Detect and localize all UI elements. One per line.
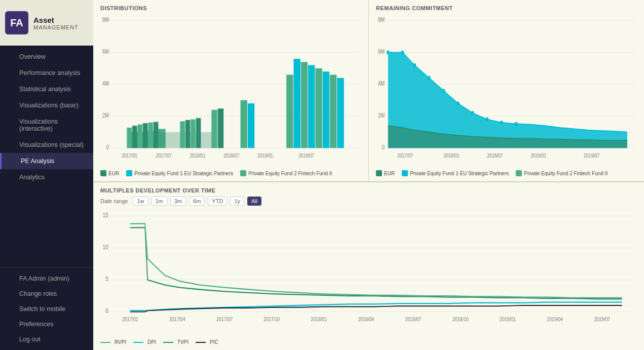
svg-text:6M: 6M xyxy=(378,48,385,55)
legend-eur: EUR xyxy=(100,170,119,176)
legend-rc-fund1: Private Equity Fund 1 EU Strategic Partn… xyxy=(402,170,509,176)
svg-text:2M: 2M xyxy=(102,112,109,119)
svg-text:2017/01: 2017/01 xyxy=(122,152,137,159)
range-btn-all[interactable]: All xyxy=(247,197,261,206)
legend-rc-eur-label: EUR xyxy=(384,171,395,176)
svg-rect-20 xyxy=(180,121,185,148)
svg-rect-17 xyxy=(143,123,148,148)
bottom-item-logout[interactable]: Log out xyxy=(0,332,93,347)
range-btn-ytd[interactable]: YTD xyxy=(208,197,227,206)
legend-fund2: Private Equity Fund 2 Fintech Fund II xyxy=(240,170,332,176)
range-btn-6m[interactable]: 6m xyxy=(189,197,205,206)
legend-rvpi: RVPI xyxy=(100,339,126,345)
sidebar-item-overview[interactable]: Overview xyxy=(0,49,93,65)
legend-rc-fund2-label: Private Equity Fund 2 Fintech Fund II xyxy=(524,171,608,176)
svg-text:2017/07: 2017/07 xyxy=(397,152,413,159)
svg-rect-23 xyxy=(196,118,201,148)
remaining-commitment-title: REMAINING COMMITMENT xyxy=(376,5,637,11)
svg-rect-28 xyxy=(286,75,293,148)
multiples-section: MULTIPLES DEVELOPMENT OVER TIME Date ran… xyxy=(93,182,644,350)
svg-rect-21 xyxy=(185,120,191,148)
bottom-item-label-user: FA Admin (admin) xyxy=(19,275,69,282)
svg-text:2019/07: 2019/07 xyxy=(594,316,610,322)
svg-rect-26 xyxy=(241,100,247,148)
svg-rect-24 xyxy=(211,110,217,148)
range-btn-1w[interactable]: 1w xyxy=(133,197,148,206)
legend-fund1-label: Private Equity Fund 1 EU Strategic Partn… xyxy=(134,171,233,176)
svg-rect-19 xyxy=(154,122,159,148)
sidebar-item-performance[interactable]: Performance analysis xyxy=(0,65,93,81)
svg-point-62 xyxy=(500,121,503,125)
svg-rect-16 xyxy=(137,125,142,148)
bottom-item-label-change-roles: Change roles xyxy=(19,290,57,297)
range-btn-3m[interactable]: 3m xyxy=(170,197,186,206)
bottom-item-user[interactable]: FA Admin (admin) xyxy=(0,271,93,286)
svg-point-57 xyxy=(428,76,431,80)
legend-fund2-label: Private Equity Fund 2 Fintech Fund II xyxy=(248,171,332,176)
svg-rect-29 xyxy=(293,59,300,148)
nav-section: OverviewPerformance analysisStatistical … xyxy=(0,46,93,267)
svg-text:2018/01: 2018/01 xyxy=(444,152,460,159)
bottom-item-switch-mobile[interactable]: Switch to mobile xyxy=(0,301,93,317)
range-btn-1y[interactable]: 1y xyxy=(230,197,244,206)
svg-rect-32 xyxy=(315,68,322,148)
sidebar-item-pe-analysis[interactable]: PE Analysis xyxy=(0,153,93,169)
legend-eur-color xyxy=(100,170,106,176)
multiples-legend: RVPI DPI TVPI PIC xyxy=(100,339,637,345)
date-range-label: Date range xyxy=(100,198,128,204)
legend-fund1-color xyxy=(126,170,132,176)
logo-subtitle: MANAGEMENT xyxy=(33,24,79,30)
sidebar-item-label-viz-interactive: Visualizations (interactive) xyxy=(19,118,86,132)
distributions-panel: DISTRIBUTIONS 8M 6M 4M 2M 0 xyxy=(93,0,369,181)
sidebar-item-analytics[interactable]: Analytics xyxy=(0,169,93,185)
legend-rc-fund2-color xyxy=(516,170,522,176)
distributions-chart-area: 8M 6M 4M 2M 0 xyxy=(100,14,361,167)
svg-text:2018/01: 2018/01 xyxy=(311,316,327,322)
sidebar-item-label-overview: Overview xyxy=(19,53,46,60)
svg-text:4M: 4M xyxy=(378,80,385,87)
remaining-commitment-panel: REMAINING COMMITMENT 8M 6M 4M 2M 0 xyxy=(369,0,644,181)
logo-text: Asset MANAGEMENT xyxy=(33,16,79,30)
svg-text:2017/07: 2017/07 xyxy=(216,316,233,322)
svg-text:8M: 8M xyxy=(102,16,109,23)
svg-text:0: 0 xyxy=(106,143,109,150)
legend-fund1: Private Equity Fund 1 EU Strategic Partn… xyxy=(126,170,233,176)
svg-point-61 xyxy=(485,118,488,122)
bottom-item-label-preferences: Preferences xyxy=(19,321,53,328)
main-content: DISTRIBUTIONS 8M 6M 4M 2M 0 xyxy=(93,0,644,350)
legend-eur-label: EUR xyxy=(108,171,119,176)
svg-text:15: 15 xyxy=(103,212,108,218)
legend-rc-fund1-color xyxy=(402,170,408,176)
legend-rc-fund2: Private Equity Fund 2 Fintech Fund II xyxy=(516,170,608,176)
sidebar-item-label-viz-special: Visualizations (special) xyxy=(19,141,84,148)
svg-text:4M: 4M xyxy=(102,80,109,87)
sidebar-item-label-analytics: Analytics xyxy=(19,174,45,181)
logo-area: FA Asset MANAGEMENT xyxy=(0,0,93,46)
legend-rvpi-line xyxy=(100,342,110,343)
svg-rect-34 xyxy=(330,75,336,148)
svg-text:2019/04: 2019/04 xyxy=(547,316,563,322)
svg-text:2018/10: 2018/10 xyxy=(452,316,469,322)
svg-text:2019/07: 2019/07 xyxy=(298,152,314,159)
svg-rect-33 xyxy=(323,71,329,148)
sidebar-item-label-viz-basic: Visualizations (basic) xyxy=(19,102,79,109)
bottom-item-preferences[interactable]: Preferences xyxy=(0,317,93,332)
sidebar-item-viz-basic[interactable]: Visualizations (basic) xyxy=(0,97,93,113)
svg-rect-31 xyxy=(308,65,315,148)
sidebar-item-viz-interactive[interactable]: Visualizations (interactive) xyxy=(0,113,93,137)
bottom-item-change-roles[interactable]: Change roles xyxy=(0,286,93,301)
svg-rect-18 xyxy=(148,123,153,148)
svg-text:2018/04: 2018/04 xyxy=(358,316,374,322)
svg-text:2017/07: 2017/07 xyxy=(156,152,172,159)
sidebar-item-viz-special[interactable]: Visualizations (special) xyxy=(0,137,93,153)
sidebar-item-statistical[interactable]: Statistical analysis xyxy=(0,81,93,97)
range-btn-1m[interactable]: 1m xyxy=(151,197,167,206)
legend-tvpi-line xyxy=(163,342,173,343)
svg-point-58 xyxy=(442,89,445,93)
legend-pic-label: PIC xyxy=(210,339,218,345)
svg-text:2017/04: 2017/04 xyxy=(169,316,185,322)
svg-text:2019/07: 2019/07 xyxy=(584,152,599,159)
legend-fund2-color xyxy=(240,170,246,176)
legend-pic: PIC xyxy=(196,339,218,345)
svg-text:2019/01: 2019/01 xyxy=(531,152,546,159)
